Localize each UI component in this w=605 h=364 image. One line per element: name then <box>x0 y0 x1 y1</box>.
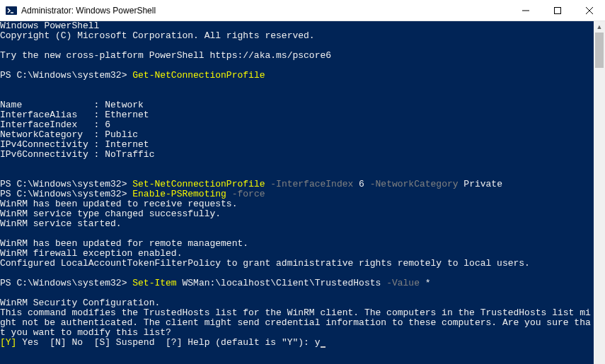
arg: 6 <box>353 179 364 189</box>
minimize-button[interactable] <box>509 0 541 20</box>
svg-rect-3 <box>554 7 560 13</box>
profile-index-label: InterfaceIndex : <box>0 119 105 130</box>
param: -force <box>226 189 265 199</box>
option-no-label: No <box>67 337 94 348</box>
profile-netcat-value: Public <box>105 129 138 140</box>
command-2: Set-NetConnectionProfile <box>132 179 265 189</box>
profile-name-label: Name : <box>0 100 105 110</box>
winrm-line: WinRM firewall exception enabled. <box>0 248 182 259</box>
command-1: Get-NetConnectionProfile <box>132 70 265 81</box>
winrm-line: WinRM has been updated for remote manage… <box>0 238 248 249</box>
profile-ipv4-label: IPv4Connectivity : <box>0 139 105 150</box>
svg-rect-0 <box>6 6 17 15</box>
option-no-key: [N] <box>50 337 66 348</box>
profile-ipv6-label: IPv6Connectivity : <box>0 149 105 160</box>
maximize-button[interactable] <box>541 0 573 20</box>
vertical-scrollbar[interactable]: ▲ <box>594 21 605 364</box>
option-help-label: Help (default is "Y"): <box>182 337 314 348</box>
scroll-up-arrow[interactable]: ▲ <box>594 21 605 33</box>
option-help-key: [?] <box>166 337 182 348</box>
param: -InterfaceIndex <box>265 179 353 189</box>
confirm-body: This command modifies the TrustedHosts l… <box>0 307 591 338</box>
winrm-line: Configured LocalAccountTokenFilterPolicy… <box>0 258 530 269</box>
option-suspend-key: [S] <box>94 337 110 348</box>
profile-name-value: Network <box>105 100 144 110</box>
option-yes-key: [Y] <box>0 337 16 348</box>
close-button[interactable] <box>573 0 605 20</box>
command-4: Set-Item <box>132 278 176 288</box>
winrm-line: WinRM service type changed successfully. <box>0 209 221 219</box>
arg: WSMan:\localhost\Client\TrustedHosts <box>177 278 381 288</box>
banner-line: Windows PowerShell <box>0 21 99 31</box>
arg: * <box>420 278 431 288</box>
prompt: PS C:\Windows\system32> <box>0 179 127 189</box>
profile-alias-label: InterfaceAlias : <box>0 110 105 120</box>
profile-netcat-label: NetworkCategory : <box>0 129 105 140</box>
terminal-output[interactable]: Windows PowerShell Copyright (C) Microso… <box>0 21 594 364</box>
profile-ipv6-value: NoTraffic <box>105 149 154 160</box>
param: -NetworkCategory <box>364 179 459 189</box>
arg: Private <box>459 179 502 189</box>
confirm-title: WinRM Security Configuration. <box>0 298 160 308</box>
cursor <box>321 346 325 348</box>
option-suspend-label: Suspend <box>110 337 166 348</box>
option-yes-label: Yes <box>16 337 50 348</box>
copyright-line: Copyright (C) Microsoft Corporation. All… <box>0 30 315 41</box>
profile-alias-value: Ethernet <box>105 110 149 120</box>
profile-ipv4-value: Internet <box>105 139 149 150</box>
winrm-line: WinRM has been updated to receive reques… <box>0 199 237 209</box>
pscore-line: Try the new cross-platform PowerShell ht… <box>0 50 331 61</box>
powershell-icon <box>6 5 17 16</box>
window-title: Administrator: Windows PowerShell <box>21 6 509 16</box>
prompt: PS C:\Windows\system32> <box>0 278 127 288</box>
scrollbar-thumb[interactable] <box>595 33 604 68</box>
command-3: Enable-PSRemoting <box>132 189 226 199</box>
param: -Value <box>381 278 420 288</box>
prompt: PS C:\Windows\system32> <box>0 70 127 81</box>
user-input: y <box>315 337 321 348</box>
profile-index-value: 6 <box>105 119 110 130</box>
winrm-line: WinRM service started. <box>0 218 122 229</box>
prompt: PS C:\Windows\system32> <box>0 189 127 199</box>
window-controls <box>509 0 605 20</box>
titlebar[interactable]: Administrator: Windows PowerShell <box>0 0 605 21</box>
